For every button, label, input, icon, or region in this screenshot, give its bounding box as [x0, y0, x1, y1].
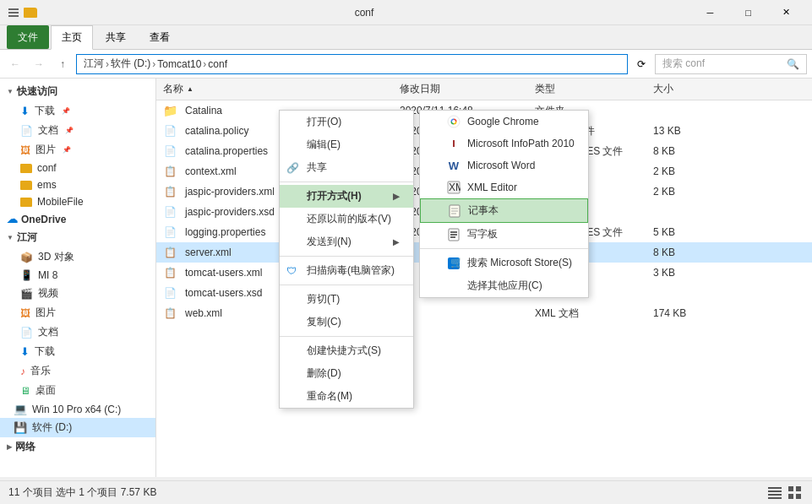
- header-name[interactable]: 名称 ▲: [163, 82, 400, 96]
- sidebar-item-dl2[interactable]: ⬇ 下载: [0, 342, 155, 361]
- sidebar-item-music[interactable]: ♪ 音乐: [0, 361, 155, 381]
- ctx-restore-label: 还原以前的版本(V): [307, 212, 391, 226]
- tab-file[interactable]: 文件: [7, 25, 49, 49]
- sidebar-section-onedrive[interactable]: ☁ OneDrive: [0, 210, 155, 228]
- xml-icon: 📋: [163, 266, 177, 279]
- submenu-infopath-label: Microsoft InfoPath 2010: [467, 138, 575, 149]
- sidebar-item-docs2[interactable]: 📄 文档: [0, 322, 155, 342]
- file-type: XML 文档: [535, 306, 653, 321]
- ctx-rename[interactable]: 重命名(M): [280, 385, 413, 408]
- tab-share[interactable]: 共享: [95, 25, 137, 49]
- ctx-create-shortcut[interactable]: 创建快捷方式(S): [280, 339, 413, 362]
- search-box[interactable]: 搜索 conf 🔍: [655, 54, 807, 74]
- submenu-wordpad[interactable]: 写字板: [420, 223, 588, 246]
- sidebar-section-jh[interactable]: ▼ 江河: [0, 228, 155, 247]
- sidebar-video-label: 视频: [38, 286, 58, 301]
- folder-ems-icon: [20, 181, 32, 190]
- chevron-down-icon: ▼: [7, 88, 14, 95]
- sidebar-item-pictures[interactable]: 🖼 图片 📌: [0, 140, 155, 160]
- doc-icon: 📄: [163, 144, 177, 158]
- mi8-icon: 📱: [20, 269, 33, 281]
- infopath-icon: I: [447, 137, 460, 150]
- ctx-share[interactable]: 🔗 共享: [280, 156, 413, 179]
- close-button[interactable]: ✕: [767, 0, 805, 25]
- table-row[interactable]: 📋 web.xml XML 文档 174 KB: [156, 303, 812, 323]
- submenu-choose-app[interactable]: 选择其他应用(C): [420, 274, 588, 297]
- ctx-delete-label: 删除(D): [307, 366, 341, 381]
- file-name: tomcat-users.xml: [185, 267, 262, 279]
- submenu-infopath[interactable]: I Microsoft InfoPath 2010: [420, 133, 588, 154]
- header-size[interactable]: 大小: [653, 82, 721, 96]
- back-button[interactable]: ←: [5, 54, 25, 74]
- file-name: web.xml: [185, 307, 222, 319]
- sidebar-item-mobilefile[interactable]: MobileFile: [0, 193, 155, 210]
- desktop-icon: 🖥: [20, 385, 30, 397]
- share-icon: 🔗: [286, 162, 299, 174]
- tab-view[interactable]: 查看: [139, 25, 181, 49]
- ctx-restore-version[interactable]: 还原以前的版本(V): [280, 208, 413, 230]
- video-icon: 🎬: [20, 288, 33, 300]
- sidebar-jh-label: 江河: [17, 230, 37, 245]
- svg-rect-3: [768, 487, 782, 489]
- sidebar-item-download[interactable]: ⬇ 下载 📌: [0, 101, 155, 121]
- sidebar-item-ems[interactable]: ems: [0, 176, 155, 193]
- sidebar-item-3d[interactable]: 📦 3D 对象: [0, 247, 155, 267]
- window-title: conf: [37, 7, 691, 19]
- doc-icon: 📄: [163, 225, 177, 239]
- sidebar-item-d-drive[interactable]: 💾 软件 (D:): [0, 418, 155, 437]
- quick-access-toolbar: [7, 6, 20, 19]
- sidebar-mobilefile-label: MobileFile: [37, 196, 84, 208]
- pin-icon-docs: 📌: [65, 127, 74, 134]
- submenu-chrome[interactable]: Google Chrome: [420, 111, 588, 133]
- xml-icon: 📋: [163, 185, 177, 198]
- ctx-send-to[interactable]: 发送到(N) ▶: [280, 230, 413, 253]
- submenu-xmleditor[interactable]: XML XML Editor: [420, 176, 588, 198]
- ctx-delete[interactable]: 删除(D): [280, 362, 413, 385]
- svg-text:🛒: 🛒: [450, 257, 460, 268]
- view-controls[interactable]: [766, 485, 804, 501]
- ctx-shortcut-label: 创建快捷方式(S): [307, 344, 381, 358]
- sidebar-item-mi8[interactable]: 📱 MI 8: [0, 267, 155, 284]
- ctx-copy[interactable]: 复制(C): [280, 311, 413, 333]
- sidebar-pictures-label: 图片: [35, 143, 56, 157]
- ctx-scan-label: 扫描病毒(电脑管家): [307, 263, 395, 278]
- tab-home[interactable]: 主页: [51, 25, 93, 50]
- address-path[interactable]: 江河 › 软件 (D:) › Tomcat10 › conf: [76, 54, 628, 74]
- title-bar: conf ─ □ ✕: [0, 0, 812, 25]
- sidebar-section-network[interactable]: ▶ 网络: [0, 437, 155, 457]
- forward-button[interactable]: →: [29, 54, 49, 74]
- ctx-scan[interactable]: 🛡 扫描病毒(电脑管家): [280, 259, 413, 282]
- file-name: jaspic-providers.xsd: [185, 206, 275, 218]
- file-size: 174 KB: [653, 307, 721, 319]
- ctx-cut[interactable]: 剪切(T): [280, 288, 413, 311]
- ctx-open[interactable]: 打开(O): [280, 111, 413, 133]
- sidebar-item-images[interactable]: 🖼 图片: [0, 303, 155, 322]
- submenu-wordpad-label: 写字板: [467, 227, 498, 241]
- up-button[interactable]: ↑: [52, 54, 73, 74]
- submenu-word[interactable]: W Microsoft Word: [420, 154, 588, 176]
- sidebar-item-docs[interactable]: 📄 文档 📌: [0, 121, 155, 140]
- window-controls[interactable]: ─ □ ✕: [691, 0, 805, 25]
- path-part-3: Tomcat10: [157, 58, 201, 70]
- large-icons-view-button[interactable]: [787, 485, 804, 501]
- sidebar-item-video[interactable]: 🎬 视频: [0, 284, 155, 303]
- file-name: context.xml: [185, 165, 237, 177]
- sidebar-item-desktop[interactable]: 🖥 桌面: [0, 381, 155, 400]
- header-type[interactable]: 类型: [535, 82, 653, 96]
- sidebar-item-c-drive[interactable]: 💻 Win 10 Pro x64 (C:): [0, 400, 155, 418]
- maximize-button[interactable]: □: [729, 0, 767, 25]
- submenu-store[interactable]: 🛒 搜索 Microsoft Store(S): [420, 252, 588, 274]
- minimize-button[interactable]: ─: [691, 0, 729, 25]
- refresh-button[interactable]: ⟳: [631, 54, 651, 74]
- ctx-arrow-icon: ▶: [393, 192, 400, 201]
- sidebar-item-conf[interactable]: conf: [0, 160, 155, 176]
- file-list-header: 名称 ▲ 修改日期 类型 大小: [156, 79, 812, 100]
- ctx-edit[interactable]: 编辑(E): [280, 133, 413, 156]
- submenu-chrome-label: Google Chrome: [467, 116, 539, 127]
- submenu-notepad[interactable]: 记事本: [420, 198, 588, 223]
- ctx-open-with[interactable]: 打开方式(H) ▶: [280, 185, 413, 208]
- details-view-button[interactable]: [766, 485, 783, 501]
- header-date[interactable]: 修改日期: [400, 82, 535, 96]
- sidebar-section-quickaccess[interactable]: ▼ 快速访问: [0, 82, 155, 101]
- svg-text:XML: XML: [449, 182, 460, 193]
